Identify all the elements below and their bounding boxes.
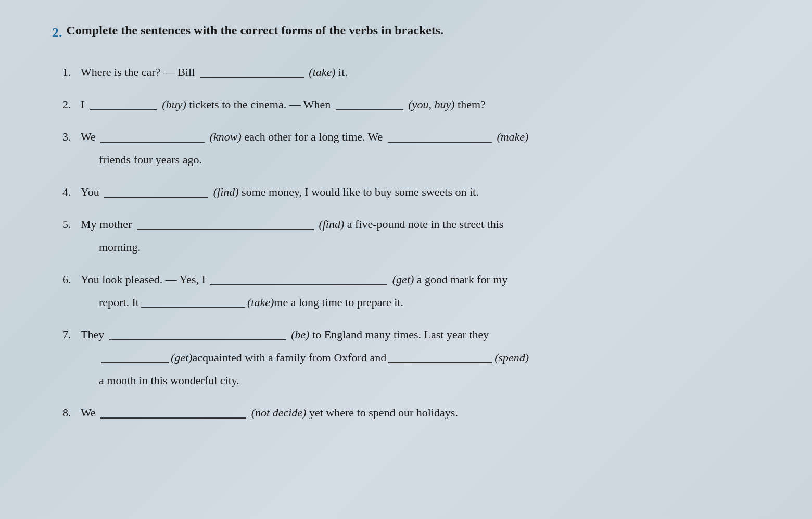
sentence-6: 6. You look pleased. — Yes, I (get) a go… — [62, 268, 760, 314]
hint-2-1: (buy) — [162, 98, 186, 111]
blank-5-1[interactable] — [137, 229, 314, 230]
blank-8-1[interactable] — [100, 417, 246, 419]
sentence-2: 2. I (buy) tickets to the cinema. — When… — [62, 93, 760, 116]
blank-3-1[interactable] — [100, 142, 205, 143]
sentence-8-text: We (not decide) yet where to spend our h… — [81, 401, 458, 424]
sentence-4: 4. You (find) some money, I would like t… — [62, 181, 760, 204]
blank-7-2[interactable] — [101, 362, 169, 363]
sentence-7: 7. They (be) to England many times. Last… — [62, 323, 760, 392]
blank-1-1[interactable] — [200, 77, 304, 78]
sentence-number-5: 5. — [62, 213, 81, 236]
sentence-3-continuation: friends four years ago. — [81, 148, 760, 171]
sentence-7-text: They (be) to England many times. Last ye… — [81, 328, 489, 341]
blank-6-1[interactable] — [210, 284, 387, 285]
exercise-number: 2. — [52, 21, 62, 45]
hint-1-1: (take) — [309, 66, 335, 79]
blank-6-2[interactable] — [141, 307, 245, 308]
blank-7-3[interactable] — [388, 362, 492, 363]
sentence-number-4: 4. — [62, 181, 81, 204]
sentence-6-continuation: report. It (take) me a long time to prep… — [81, 291, 760, 314]
sentence-number-3: 3. — [62, 125, 81, 148]
sentence-number-1: 1. — [62, 61, 81, 84]
blank-7-1[interactable] — [109, 339, 286, 340]
sentence-number-7: 7. — [62, 323, 81, 346]
sentence-5-text: My mother (find) a five-pound note in th… — [81, 218, 503, 231]
sentence-5-continuation: morning. — [81, 236, 760, 259]
hint-7-1: (be) — [291, 328, 309, 341]
sentence-3: 3. We (know) each other for a long time.… — [62, 125, 760, 171]
sentences-container: 1. Where is the car? — Bill (take) it. 2… — [52, 61, 760, 424]
sentence-5: 5. My mother (find) a five-pound note in… — [62, 213, 760, 259]
sentence-6-text: You look pleased. — Yes, I (get) a good … — [81, 273, 508, 286]
sentence-7-continuation-2: a month in this wonderful city. — [81, 369, 760, 392]
blank-3-2[interactable] — [388, 142, 492, 143]
blank-2-2[interactable] — [336, 109, 403, 110]
hint-3-1: (know) — [210, 130, 242, 143]
blank-2-1[interactable] — [90, 109, 157, 110]
sentence-number-6: 6. — [62, 268, 81, 291]
hint-2-2: (you, buy) — [408, 98, 454, 111]
hint-5-1: (find) — [319, 218, 344, 231]
sentence-number-8: 8. — [62, 401, 81, 424]
sentence-1: 1. Where is the car? — Bill (take) it. — [62, 61, 760, 84]
sentence-2-text: I (buy) tickets to the cinema. — When (y… — [81, 93, 486, 116]
blank-4-1[interactable] — [104, 197, 208, 198]
sentence-4-text: You (find) some money, I would like to b… — [81, 181, 479, 204]
page-container: 2. Complete the sentences with the corre… — [21, 0, 791, 454]
hint-8-1: (not decide) — [251, 406, 307, 419]
sentence-number-2: 2. — [62, 93, 81, 116]
hint-7-2: (get) — [171, 346, 193, 369]
hint-4-1: (find) — [213, 185, 239, 198]
exercise-header: 2. Complete the sentences with the corre… — [52, 21, 760, 45]
sentence-8: 8. We (not decide) yet where to spend ou… — [62, 401, 760, 424]
sentence-1-text: Where is the car? — Bill (take) it. — [81, 61, 348, 84]
sentence-3-text: We (know) each other for a long time. We… — [81, 130, 528, 143]
exercise-title: Complete the sentences with the correct … — [67, 21, 444, 40]
hint-3-2: (make) — [497, 130, 528, 143]
sentence-7-continuation-1: (get) acquainted with a family from Oxfo… — [81, 346, 760, 369]
hint-7-3: (spend) — [494, 346, 529, 369]
hint-6-1: (get) — [392, 273, 414, 286]
hint-6-2: (take) — [247, 291, 274, 314]
